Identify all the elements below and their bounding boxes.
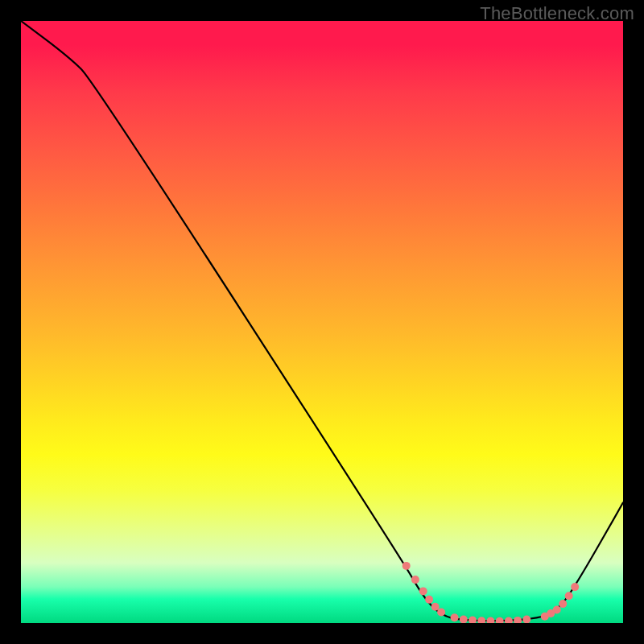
- curve-marker: [522, 616, 530, 624]
- curve-marker: [559, 600, 567, 608]
- curve-marker: [402, 562, 411, 570]
- curve-marker: [425, 596, 433, 604]
- curve-marker: [437, 609, 445, 617]
- curve-marker: [514, 617, 522, 623]
- chart-svg: [21, 21, 623, 623]
- bottleneck-curve: [21, 21, 623, 621]
- plot-area: [21, 21, 623, 623]
- curve-marker: [431, 603, 440, 611]
- curve-marker: [486, 617, 494, 624]
- curve-marker: [411, 576, 419, 584]
- curve-marker: [496, 617, 504, 623]
- curve-marker-group: [402, 562, 580, 623]
- curve-marker: [460, 616, 468, 624]
- curve-marker: [477, 617, 485, 623]
- curve-marker: [571, 583, 579, 591]
- chart-frame: TheBottleneck.com: [0, 0, 644, 644]
- watermark-label: TheBottleneck.com: [480, 3, 634, 24]
- curve-marker: [553, 606, 561, 614]
- curve-marker: [451, 613, 459, 621]
- curve-marker: [565, 592, 573, 600]
- curve-marker: [505, 617, 513, 624]
- curve-marker: [419, 587, 427, 595]
- curve-marker: [469, 617, 477, 623]
